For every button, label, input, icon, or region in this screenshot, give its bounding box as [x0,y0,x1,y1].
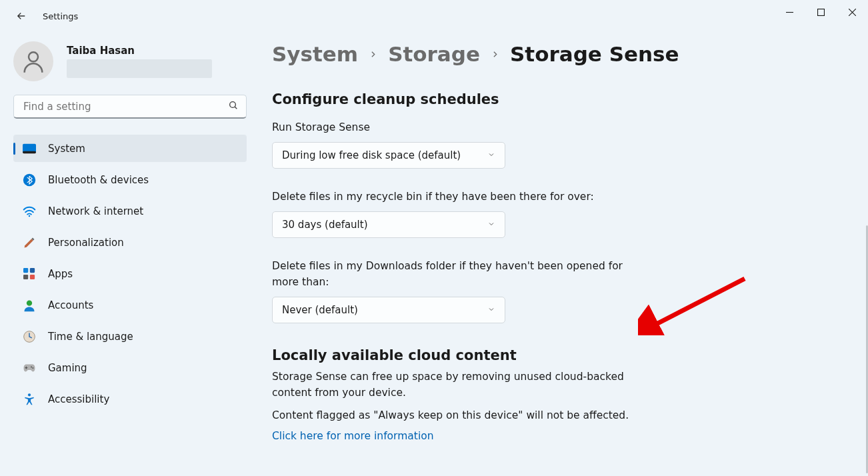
crumb-system[interactable]: System [272,44,358,65]
svg-point-14 [32,367,33,369]
breadcrumb: System Storage Storage Sense [272,44,848,65]
svg-point-13 [31,366,32,367]
nav-label: Bluetooth & devices [48,174,149,186]
select-value: Never (default) [282,304,358,316]
wifi-icon [23,205,36,218]
svg-rect-7 [23,268,28,273]
crumb-storage[interactable]: Storage [388,44,480,65]
nav-label: Apps [48,268,73,280]
svg-rect-4 [23,151,36,153]
sidebar-item-bluetooth[interactable]: Bluetooth & devices [13,166,247,193]
apps-icon [23,267,36,281]
person-icon [20,48,47,75]
maximize-button[interactable] [805,1,837,23]
downloads-label: Delete files in my Downloads folder if t… [272,258,632,290]
run-storage-sense-label: Run Storage Sense [272,119,632,135]
sidebar-item-apps[interactable]: Apps [13,260,247,287]
close-icon [849,9,856,16]
chevron-down-icon [487,149,495,161]
svg-rect-0 [818,9,825,15]
svg-point-15 [28,393,31,396]
svg-point-2 [230,102,236,108]
nav-label: Accounts [48,299,93,311]
svg-point-6 [29,215,31,217]
sidebar-item-personalization[interactable]: Personalization [13,229,247,256]
downloads-select[interactable]: Never (default) [272,297,505,323]
user-block[interactable]: Taiba Hasan [13,41,247,81]
nav-label: Accessibility [48,393,109,405]
sidebar-item-system[interactable]: System [13,135,247,162]
back-arrow-icon [15,10,27,22]
minimize-button[interactable] [774,1,805,23]
clock-icon [23,330,36,343]
chevron-down-icon [487,304,495,316]
cloud-desc-1: Storage Sense can free up space by remov… [272,369,632,401]
run-storage-sense-select[interactable]: During low free disk space (default) [272,142,505,169]
window-controls [774,1,868,23]
nav-label: Personalization [48,237,124,249]
sidebar-item-network[interactable]: Network & internet [13,197,247,225]
close-button[interactable] [837,1,868,23]
avatar [13,41,53,81]
svg-rect-9 [23,274,28,279]
annotation-arrow-icon [638,275,751,335]
recycle-bin-select[interactable]: 30 days (default) [272,211,505,238]
svg-line-16 [650,279,745,327]
app-title: Settings [43,11,78,21]
nav-label: Gaming [48,362,87,374]
nav-label: Time & language [48,331,133,343]
titlebar: Settings [0,0,868,32]
sidebar-item-time[interactable]: Time & language [13,323,247,350]
search-icon [228,100,239,113]
chevron-right-icon [369,50,377,59]
user-email-redacted [67,59,212,78]
select-value: 30 days (default) [282,219,368,231]
back-button[interactable] [12,7,31,25]
paintbrush-icon [23,236,36,249]
chevron-right-icon [491,50,499,59]
search-wrap [13,95,247,119]
maximize-icon [817,9,825,16]
sidebar: Taiba Hasan System Bluetooth & devices N… [0,32,253,476]
chevron-down-icon [487,219,495,231]
sidebar-item-gaming[interactable]: Gaming [13,354,247,381]
sidebar-item-accessibility[interactable]: Accessibility [13,385,247,413]
svg-point-1 [29,52,38,61]
content: System Storage Storage Sense Configure c… [253,32,868,476]
select-value: During low free disk space (default) [282,149,461,161]
system-icon [23,142,36,155]
cloud-section-title: Locally available cloud content [272,347,848,363]
cleanup-section-title: Configure cleanup schedules [272,91,848,107]
minimize-icon [786,9,793,16]
svg-rect-8 [30,268,35,273]
accounts-icon [23,299,36,312]
bluetooth-icon [23,173,36,187]
recycle-bin-label: Delete files in my recycle bin if they h… [272,189,632,205]
svg-point-11 [27,300,32,305]
nav-label: Network & internet [48,205,143,217]
user-name: Taiba Hasan [67,45,212,57]
crumb-storage-sense: Storage Sense [510,44,679,65]
nav: System Bluetooth & devices Network & int… [13,135,247,417]
svg-rect-10 [30,274,35,279]
accessibility-icon [23,393,36,406]
gamepad-icon [23,361,36,375]
more-info-link[interactable]: Click here for more information [272,430,848,442]
cloud-desc-2: Content flagged as "Always keep on this … [272,407,632,423]
search-input[interactable] [13,95,247,119]
sidebar-item-accounts[interactable]: Accounts [13,291,247,319]
nav-label: System [48,143,85,155]
